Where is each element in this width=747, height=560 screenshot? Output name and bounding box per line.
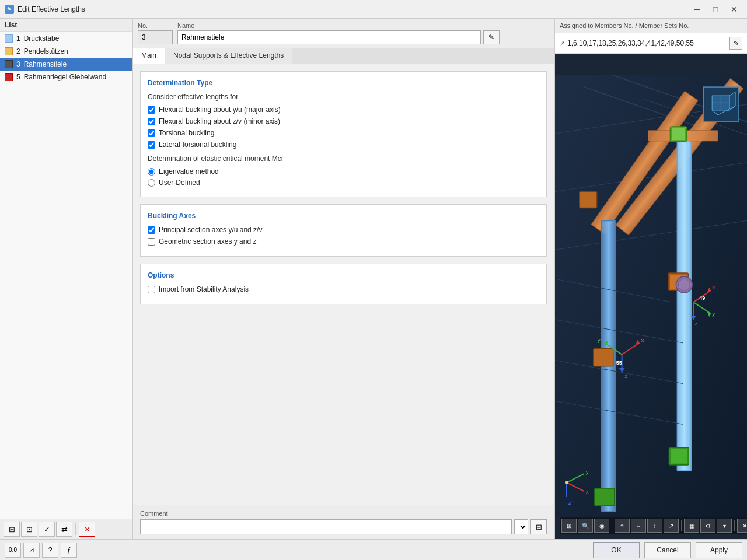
- svg-text:55: 55: [616, 360, 622, 366]
- ok-button[interactable]: OK: [593, 542, 640, 558]
- tab-main[interactable]: Main: [133, 48, 165, 64]
- svg-rect-20: [580, 192, 597, 208]
- import-stability-checkbox[interactable]: [148, 286, 155, 293]
- comment-dropdown[interactable]: ▼: [514, 519, 528, 534]
- flexural-major-label[interactable]: Flexural buckling about y/u (major axis): [159, 106, 281, 114]
- list-toolbar: ⊞ ⊡ ✓ ⇄ ✕: [0, 519, 132, 539]
- list-item-label: Rahmenstiele: [24, 60, 67, 68]
- toolbar-new-button[interactable]: 0.0: [5, 542, 21, 558]
- name-label: Name: [177, 22, 549, 29]
- vp-fitx-button[interactable]: ↔: [631, 519, 646, 533]
- svg-point-59: [565, 481, 568, 484]
- consider-label: Consider effective lengths for: [148, 93, 539, 101]
- list-item[interactable]: 3 Rahmenstiele: [0, 58, 132, 71]
- list-check-button[interactable]: ✓: [39, 522, 55, 537]
- list-item-number: 2: [16, 47, 20, 55]
- list-item[interactable]: 2 Pendelstützen: [0, 45, 132, 58]
- maximize-button[interactable]: □: [707, 3, 724, 16]
- options-section: Options Import from Stability Analysis: [140, 264, 547, 304]
- name-input[interactable]: [177, 30, 481, 44]
- list-item-color: [5, 73, 13, 81]
- list-item-color: [5, 47, 13, 55]
- vp-views-button[interactable]: ⊞: [561, 519, 577, 533]
- assigned-edit-button[interactable]: ✎: [729, 37, 742, 50]
- svg-text:z: z: [568, 499, 571, 506]
- import-stability-label[interactable]: Import from Stability Analysis: [159, 285, 249, 293]
- cb-torsional: Torsional buckling: [148, 129, 539, 137]
- app-icon: ✎: [5, 5, 14, 14]
- torsional-label[interactable]: Torsional buckling: [159, 129, 214, 137]
- comment-action-button[interactable]: ⊞: [530, 519, 547, 534]
- cancel-button[interactable]: Cancel: [644, 542, 691, 558]
- eigenvalue-radio[interactable]: [148, 168, 155, 176]
- comment-label: Comment: [140, 510, 547, 517]
- vp-settings-button[interactable]: ⚙: [700, 519, 715, 533]
- vp-close-button[interactable]: ✕: [737, 519, 747, 533]
- eigenvalue-label[interactable]: Eigenvalue method: [159, 167, 219, 176]
- cb-lateral: Lateral-torsional buckling: [148, 141, 539, 149]
- comment-input[interactable]: [140, 519, 512, 534]
- geometric-axes-checkbox[interactable]: [148, 238, 155, 246]
- list-delete-button[interactable]: ✕: [79, 522, 95, 537]
- torsional-checkbox[interactable]: [148, 130, 155, 137]
- cb-principal-axes: Principal section axes y/u and z/v: [148, 226, 539, 234]
- vp-separator: [612, 520, 612, 531]
- principal-axes-label[interactable]: Principal section axes y/u and z/v: [159, 226, 262, 234]
- assigned-header: Assigned to Members No. / Member Sets No…: [555, 19, 747, 33]
- cb-flexural-major: Flexural buckling about y/u (major axis): [148, 106, 539, 114]
- cb-geometric-axes: Geometric section axes y and z: [148, 237, 539, 246]
- comment-row: ▼ ⊞: [140, 519, 547, 534]
- geometric-axes-label[interactable]: Geometric section axes y and z: [159, 237, 256, 246]
- lateral-checkbox[interactable]: [148, 141, 155, 149]
- no-input[interactable]: [138, 30, 173, 44]
- elastic-label: Determination of elastic critical moment…: [148, 155, 539, 163]
- vp-fitz-button[interactable]: ↗: [664, 519, 679, 533]
- toolbar-point-button[interactable]: ⊿: [23, 542, 40, 558]
- cb-flexural-minor: Flexural buckling about z/v (minor axis): [148, 117, 539, 125]
- vp-render-button[interactable]: ◉: [594, 519, 609, 533]
- viewport-toolbar: ⊞ 🔍 ◉ ⌖ ↔ ↕ ↗ ▦ ⚙ ▾ ✕: [560, 517, 747, 534]
- determination-type-title: Determination Type: [148, 79, 539, 87]
- list-exchange-button[interactable]: ⇄: [56, 522, 72, 537]
- radio-eigenvalue: Eigenvalue method: [148, 167, 539, 176]
- toolbar-function-button[interactable]: ƒ: [61, 542, 77, 558]
- list-copy-button[interactable]: ⊡: [21, 522, 37, 537]
- list-item-color: [5, 60, 13, 68]
- title-bar-title: Edit Effective Lengths: [18, 5, 85, 13]
- vp-zoom-button[interactable]: 🔍: [578, 519, 593, 533]
- user-defined-label[interactable]: User-Defined: [159, 178, 200, 187]
- main-container: List 1 Druckstäbe 2 Pendelstützen 3 Rahm…: [0, 19, 747, 560]
- flexural-minor-label[interactable]: Flexural buckling about z/v (minor axis): [159, 117, 280, 125]
- title-bar: ✎ Edit Effective Lengths ─ □ ✕: [0, 0, 747, 19]
- name-edit-button[interactable]: ✎: [483, 30, 500, 44]
- user-defined-radio[interactable]: [148, 179, 155, 187]
- svg-text:y: y: [586, 468, 589, 475]
- scene-svg: x z y 55 x y z 49: [555, 54, 747, 539]
- list-item[interactable]: 5 Rahmenriegel Giebelwand: [0, 71, 132, 83]
- vp-fity-button[interactable]: ↕: [647, 519, 662, 533]
- close-button[interactable]: ✕: [726, 3, 742, 16]
- svg-rect-19: [594, 349, 613, 366]
- apply-button[interactable]: Apply: [696, 542, 742, 558]
- toolbar-help-button[interactable]: ?: [42, 542, 58, 558]
- vp-separator3: [734, 520, 735, 531]
- comment-section: Comment ▼ ⊞: [133, 505, 554, 539]
- vp-grid-button[interactable]: ▦: [684, 519, 699, 533]
- flexural-major-checkbox[interactable]: [148, 106, 155, 114]
- list-item[interactable]: 1 Druckstäbe: [0, 32, 132, 45]
- vp-more-button[interactable]: ▾: [717, 519, 732, 533]
- left-panel: List 1 Druckstäbe 2 Pendelstützen 3 Rahm…: [0, 19, 133, 539]
- footer-buttons: OK Cancel Apply: [593, 542, 742, 558]
- vp-center-button[interactable]: ⌖: [615, 519, 630, 533]
- vp-separator2: [681, 520, 682, 531]
- lateral-label[interactable]: Lateral-torsional buckling: [159, 141, 236, 149]
- list-add-button[interactable]: ⊞: [4, 522, 20, 537]
- principal-axes-checkbox[interactable]: [148, 226, 155, 234]
- form-header: No. Name ✎: [133, 19, 554, 48]
- tab-nodal[interactable]: Nodal Supports & Effective Lengths: [165, 48, 292, 64]
- no-field-group: No.: [138, 22, 173, 44]
- flexural-minor-checkbox[interactable]: [148, 118, 155, 125]
- minimize-button[interactable]: ─: [689, 3, 705, 16]
- list-item-color: [5, 34, 13, 43]
- radio-user-defined: User-Defined: [148, 178, 539, 187]
